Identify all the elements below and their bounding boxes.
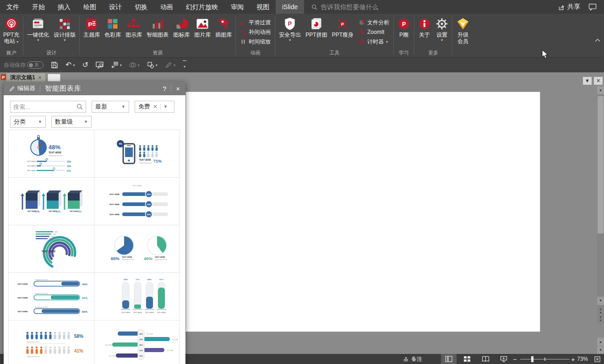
diagram-library-button[interactable]: 图示库 [123,15,144,49]
normal-view-button[interactable] [441,354,457,364]
settings-button[interactable]: 设置 ▾ [433,15,451,49]
editor-button[interactable]: 编辑器 [9,84,35,92]
tween-animation-button[interactable]: 补间动画 [240,28,271,36]
tab-animations[interactable]: 动画 [154,0,180,14]
close-tab-icon[interactable]: ✕ [38,75,42,80]
zoomit-button[interactable]: ZoomIt [359,28,389,36]
theme-library-button[interactable]: P 主题库 [81,15,102,49]
ppt-slim-button[interactable]: P PPT瘦身 [330,15,356,49]
previous-slide-button[interactable]: ▲▲ [597,307,604,314]
comments-icon[interactable] [588,4,597,11]
smooth-transition-button[interactable]: 平滑过渡 [240,18,271,27]
tab-transitions[interactable]: 切换 [128,0,154,14]
draw-pen-button[interactable]: ▾ [161,61,179,69]
zoom-in-button[interactable]: + [571,354,575,364]
scrollbar-thumb[interactable] [598,96,604,234]
ppt-puzzle-button[interactable]: PPT拼图 [303,15,329,49]
one-click-optimize-button[interactable]: 一键优化 ▾ [25,15,51,49]
tab-view[interactable]: 视图 [250,0,276,14]
color-library-button[interactable]: 色彩库 [102,15,123,49]
pane-scroll-down-button[interactable]: ▼ [597,346,604,354]
category-dropdown[interactable]: 分类 ▼ [10,116,46,128]
chart-item-tornado[interactable]: 28% 35% 45% 32% 38% TEXT HERE TEXT HERE … [94,321,180,364]
tab-draw[interactable]: 绘图 [77,0,103,14]
chart-item-phone[interactable]: 6% TEXT HERE Supporting text here [94,130,180,178]
autosave-toggle[interactable]: 关 [27,61,44,69]
safe-export-button[interactable]: P 安全导出 ▾ [277,15,303,49]
tab-insert[interactable]: 插入 [51,0,77,14]
sort-dropdown[interactable]: 最新 ▼ [92,101,129,113]
tab-review[interactable]: 审阅 [224,0,250,14]
tab-slideshow[interactable]: 幻灯片放映 [180,0,224,14]
chart-item-stopwatch[interactable]: 48% TEXT HERE Supporting text here TEXT … [9,130,94,178]
sliders-chart-thumbnail: TEXT HERE TEXT HERE 60% TEXT HERE 60% T [96,179,178,223]
illustration-library-button[interactable]: 插图库 [213,15,234,49]
svg-text:85%: 85% [55,231,58,233]
chart-item-people[interactable]: 58% Supporting text here [9,321,94,364]
collapse-ribbon-button[interactable] [595,36,600,44]
minimize-window-button[interactable]: ▼ [582,76,592,85]
chart-search-input[interactable] [13,103,76,110]
price-filter-dropdown[interactable]: 免费 ✕ ▼ [135,101,174,113]
chart-item-tubes[interactable]: 30% TEXT HERE 15% TEXT HERE 45% TEXT HER… [94,273,180,321]
upgrade-member-button[interactable]: 升级 会员 [454,15,472,49]
svg-text:Supporting text here: Supporting text here [155,259,167,261]
reuse-slides-button[interactable]: ▾ [108,61,125,69]
search-icon[interactable] [76,103,83,110]
svg-text:TEXT HERE: TEXT HERE [17,283,28,285]
chart-item-sliders[interactable]: TEXT HERE TEXT HERE 60% TEXT HERE 60% T [94,178,180,225]
file-analysis-button[interactable]: 文件分析 [359,18,389,27]
tell-me-search[interactable]: 告诉我你想要做什么 [311,0,378,14]
chart-search-box[interactable] [10,101,86,113]
tab-design[interactable]: 设计 [103,0,128,14]
slide[interactable] [185,92,540,332]
image-library-button[interactable]: 图片库 [192,15,213,49]
help-button[interactable]: ? [163,85,166,92]
chart-item-pies[interactable]: 65% TEXT HERE Supporting text here 40% T… [94,225,180,273]
timer-button[interactable]: 计时器 ▾ [359,38,389,46]
design-layout-button[interactable]: 设计排版 ▾ [51,15,78,49]
p-circle-button[interactable]: P P圈 [395,15,413,49]
new-tab-button[interactable] [48,74,60,81]
phone-chart-thumbnail: 6% TEXT HERE Supporting text here [96,132,178,176]
fit-to-window-button[interactable] [594,354,601,364]
scroll-up-button[interactable]: ▲ [597,86,604,94]
slide-sorter-view-button[interactable] [459,354,475,364]
start-slideshow-button[interactable] [92,61,108,69]
icon-library-button[interactable]: 图标库 [171,15,192,49]
magnitude-dropdown[interactable]: 数量级 ▼ [51,116,92,128]
save-button[interactable] [47,61,62,69]
qat-overflow-button[interactable]: ▾ [179,60,190,70]
zoom-level[interactable]: 73% [577,354,588,364]
next-slide-button[interactable]: ▼▼ [597,315,604,322]
zoom-slider[interactable] [520,354,570,364]
ppt-station-button[interactable]: PPT充 电站 ▾ [1,15,22,49]
dialog-close-button[interactable]: × [176,85,180,92]
chart-item-radial-arcs[interactable]: 85% 65% 45% 25% TEXT HERE Supporting tex… [9,225,94,273]
ribbon-group-resource: P 主题库 色彩库 图示库 智能图表 [80,14,235,57]
zoom-slider-thumb[interactable] [531,356,533,362]
merge-shapes-button[interactable]: ▾ [125,61,143,69]
chart-item-books[interactable]: TEXT HERE 67% TEXT HERE 81% [9,178,94,225]
smart-chart-button[interactable]: 智能图表 [144,15,171,49]
notes-button[interactable]: 备注 [403,354,422,364]
tab-home[interactable]: 开始 [26,0,51,14]
clear-price-filter-icon[interactable]: ✕ [153,103,158,110]
dialog-title-bar[interactable]: 编辑器 智能图表库 ? × [4,81,185,95]
chart-item-pill-bars[interactable]: Supporting text here TEXT HERE 40% Suppo… [9,273,94,321]
about-button[interactable]: 关于 [416,15,433,49]
redo-button[interactable]: ↺ [78,61,92,69]
reading-view-button[interactable] [478,354,493,364]
share-button[interactable]: 共享 [558,3,580,11]
undo-button[interactable]: ↶▾ [62,61,78,69]
tab-file[interactable]: 文件 [0,0,26,14]
document-tab[interactable]: 演示文稿1 ✕ [6,73,45,82]
close-window-button[interactable]: ✕ [593,76,603,85]
slideshow-view-button[interactable] [496,354,511,364]
shape-format-button[interactable]: ▾ [143,61,161,69]
scroll-down-button[interactable]: ▼ [597,297,604,305]
zoom-out-button[interactable]: − [513,354,517,364]
pane-scroll-up-button[interactable]: ▲ [597,338,604,346]
tab-islide[interactable]: iSlide [276,0,304,14]
time-scaling-button[interactable]: 时间缩放 [240,38,271,46]
